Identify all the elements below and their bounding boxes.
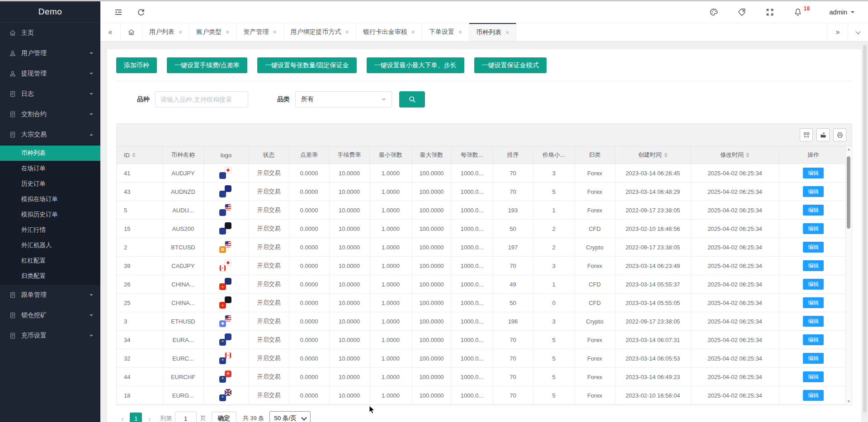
tab[interactable]: 资产管理×	[236, 23, 283, 41]
content-card: 添加币种一键设置手续费/点差率一键设置每张数量/固定保证金一键设置最小最大下单、…	[107, 49, 861, 422]
table-row: 32EURC...♦*开启交易0.000010.00001.0000100.00…	[117, 349, 848, 368]
sidebar-item[interactable]: 交割合约	[0, 104, 100, 124]
sort-icon[interactable]	[132, 153, 136, 157]
cell-created: 2023-02-10 16:46:56	[615, 220, 691, 238]
edit-button[interactable]: 编辑	[803, 279, 824, 290]
action-button[interactable]: 一键设置保证金模式	[474, 57, 547, 73]
sidebar-subitem[interactable]: 外汇行情	[0, 222, 100, 238]
export-icon[interactable]	[816, 128, 830, 141]
edit-button[interactable]: 编辑	[803, 353, 824, 364]
print-icon[interactable]	[833, 128, 846, 141]
edit-button[interactable]: 编辑	[803, 168, 824, 178]
refresh-icon[interactable]	[137, 8, 146, 17]
tab[interactable]: 账户类型×	[189, 23, 236, 41]
edit-button[interactable]: 编辑	[803, 242, 824, 253]
tabs-scroll-right-button[interactable]: »	[827, 23, 848, 41]
edit-button[interactable]: 编辑	[803, 371, 824, 382]
sidebar-subitem[interactable]: 归类配置	[0, 268, 100, 284]
tab-close-icon[interactable]: ×	[411, 29, 415, 35]
cell-logo: ♦	[203, 257, 249, 275]
edit-button[interactable]: 编辑	[803, 223, 824, 234]
notifications-button[interactable]: 18	[793, 8, 809, 17]
sidebar-item[interactable]: 充币设置	[0, 325, 100, 346]
tab-close-icon[interactable]: ×	[273, 29, 276, 35]
sidebar-subitem[interactable]: 杠杠配置	[0, 253, 100, 268]
cell-decimals: 5	[533, 368, 575, 386]
gb-flag-icon	[225, 389, 231, 396]
admin-menu[interactable]: admin	[830, 9, 855, 16]
sidebar-item[interactable]: 锁仓挖矿	[0, 305, 100, 325]
cell-max: 100.0000	[412, 201, 451, 220]
tab-home[interactable]	[121, 23, 142, 41]
tab[interactable]: 用户列表×	[142, 23, 189, 41]
table-scrollbar[interactable]: ▲ ▼	[845, 146, 852, 405]
page-scrollbar-thumb[interactable]	[863, 45, 867, 412]
sidebar-item[interactable]: 日志	[0, 84, 100, 104]
sidebar-item[interactable]: 主页	[0, 23, 100, 43]
currency-pair-logo	[219, 166, 233, 180]
tabs-scroll-left-button[interactable]: «	[100, 23, 121, 41]
page-scrollbar[interactable]	[863, 43, 867, 417]
collapse-sidebar-icon[interactable]	[114, 8, 123, 17]
edit-button[interactable]: 编辑	[803, 205, 824, 216]
sidebar-item[interactable]: 大宗交易	[0, 124, 100, 145]
goto-page-input[interactable]	[175, 412, 197, 422]
columns-filter-icon[interactable]	[800, 128, 813, 141]
tab[interactable]: 银行卡出金审核×	[356, 23, 422, 41]
tab-close-icon[interactable]: ×	[226, 29, 229, 35]
edit-button[interactable]: 编辑	[803, 260, 824, 271]
cell-spread: 0.0000	[289, 349, 329, 368]
theme-palette-icon[interactable]	[709, 8, 718, 17]
sidebar-subitem[interactable]: 模拟历史订单	[0, 207, 100, 222]
prev-page-button[interactable]: ‹	[117, 414, 128, 422]
scrollbar-thumb[interactable]	[847, 156, 850, 229]
category-select[interactable]: 所有	[295, 91, 392, 108]
edit-button[interactable]: 编辑	[803, 316, 824, 327]
sidebar-subitem[interactable]: 币种列表	[0, 145, 100, 161]
action-button[interactable]: 一键设置手续费/点差率	[167, 57, 247, 73]
sidebar-item[interactable]: 提现管理	[0, 63, 100, 84]
action-button[interactable]: 一键设置最小最大下单、步长	[367, 57, 464, 73]
cell-spread: 0.0000	[289, 164, 329, 183]
variety-input[interactable]	[155, 91, 248, 108]
chevron-down-icon	[90, 113, 93, 117]
sidebar-subitem[interactable]: 外汇机器人	[0, 238, 100, 253]
tab-close-icon[interactable]: ×	[505, 29, 509, 36]
cell-min: 1.0000	[369, 275, 412, 294]
sort-icon[interactable]	[746, 153, 750, 157]
sidebar-item[interactable]: 用户管理	[0, 43, 100, 63]
edit-button[interactable]: 编辑	[803, 186, 824, 197]
cell-spread: 0.0000	[289, 294, 329, 312]
tabs-menu-button[interactable]	[848, 23, 868, 41]
sort-icon[interactable]	[664, 153, 668, 157]
next-page-button[interactable]: ›	[144, 414, 155, 422]
scroll-down-icon[interactable]: ▼	[846, 399, 852, 404]
user-icon	[9, 70, 16, 77]
sidebar-subitem[interactable]: 历史订单	[0, 176, 100, 192]
sidebar-item-label: 跟单管理	[21, 291, 90, 299]
tab[interactable]: 用户绑定提币方式×	[284, 23, 356, 41]
edit-button[interactable]: 编辑	[803, 334, 824, 345]
sidebar-subitem[interactable]: 在场订单	[0, 161, 100, 176]
sidebar-subitem[interactable]: 模拟在场订单	[0, 192, 100, 207]
edit-button[interactable]: 编辑	[803, 390, 824, 401]
search-button[interactable]	[399, 91, 425, 108]
scroll-up-icon[interactable]: ▲	[846, 147, 852, 152]
fullscreen-icon[interactable]	[765, 8, 774, 17]
current-page-button[interactable]: 1	[130, 413, 142, 422]
action-button[interactable]: 一键设置每张数量/固定保证金	[257, 57, 357, 73]
tab[interactable]: 下单设置×	[422, 23, 469, 41]
page-size-select[interactable]: 50 条/页	[269, 411, 311, 422]
tab-label: 用户绑定提币方式	[291, 28, 341, 36]
confirm-page-button[interactable]: 确定	[212, 412, 236, 422]
notification-badge: 18	[804, 5, 810, 12]
action-button[interactable]: 添加币种	[116, 57, 157, 73]
edit-button[interactable]: 编辑	[803, 297, 824, 308]
sidebar-item[interactable]: 跟单管理	[0, 285, 100, 305]
tag-icon[interactable]	[737, 8, 746, 17]
cell-status: 开启交易	[249, 201, 289, 220]
tab-close-icon[interactable]: ×	[345, 29, 349, 35]
tab-close-icon[interactable]: ×	[179, 29, 182, 35]
tab-close-icon[interactable]: ×	[458, 29, 462, 35]
tab[interactable]: 币种列表×	[469, 23, 516, 41]
